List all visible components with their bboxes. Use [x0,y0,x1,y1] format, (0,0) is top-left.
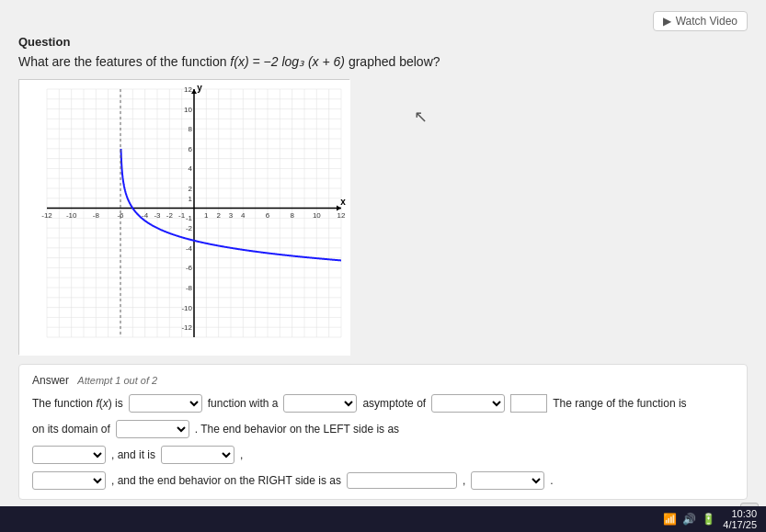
time-display: 10:30 [723,508,757,519]
watch-video-button[interactable]: ▶ Watch Video [653,11,748,31]
answer-row-1: The function f(x) is function with a asy… [32,394,734,413]
top-bar: ▶ Watch Video [18,11,748,31]
taskbar-time: 10:30 4/17/25 [723,508,757,530]
graph-container [18,79,349,355]
row4-input[interactable] [347,472,457,489]
row2-select1[interactable] [116,420,189,438]
battery-icon: 🔋 [702,513,715,526]
sound-icon: 🔊 [682,513,696,526]
answer-row-2: on its domain of . The end behavior on t… [32,420,734,438]
date-display: 4/17/25 [723,519,757,530]
row3-select1[interactable] [32,446,106,464]
row1-asymptote-label: asymptote of [362,397,426,410]
row4-dot: . [550,474,553,487]
row3-select2[interactable] [161,446,234,464]
watch-video-label: Watch Video [676,15,737,28]
answer-row-4: , and the end behavior on the RIGHT side… [32,471,734,490]
taskbar-icons: 📶 🔊 🔋 [663,513,715,526]
answer-label: Answer Attempt 1 out of 2 [32,374,734,387]
row3-and-it-is: , and it is [111,448,155,461]
question-prefix: What are the features of the function [18,54,230,69]
row1-function-label: function with a [208,397,279,410]
content-area: ↖ [18,79,748,355]
answer-section: Answer Attempt 1 out of 2 The function f… [18,364,748,500]
row4-right-behavior: , and the end behavior on the RIGHT side… [111,474,341,487]
row4-select2[interactable] [471,471,544,490]
question-function: f(x) = −2 log₃ (x + 6) [230,54,345,69]
question-text: What are the features of the function f(… [18,52,748,72]
attempt-label: Attempt 1 out of 2 [77,375,157,386]
row3-comma: , [240,448,243,461]
row4-comma: , [463,474,465,487]
answer-text: Answer [32,374,69,387]
play-icon: ▶ [663,15,671,28]
answer-row-3: , and it is , [32,446,734,464]
row1-prefix: The function f(x) is [32,397,123,410]
row1-input-box[interactable] [510,394,547,413]
row1-select1[interactable] [129,394,202,413]
taskbar: 📶 🔊 🔋 10:30 4/17/25 [0,506,766,532]
cursor-indicator: ↖ [414,107,428,127]
answer-rows: The function f(x) is function with a asy… [32,394,734,490]
row4-select1[interactable] [32,471,106,490]
wifi-icon: 📶 [663,513,677,526]
section-label: Question [18,35,748,49]
row1-select3[interactable] [431,394,505,413]
row1-range-label: The range of the function is [553,397,686,410]
row2-suffix: . The end behavior on the LEFT side is a… [195,423,399,436]
question-suffix: graphed below? [349,54,440,69]
row2-prefix: on its domain of [32,423,110,436]
row1-select2[interactable] [283,394,357,413]
